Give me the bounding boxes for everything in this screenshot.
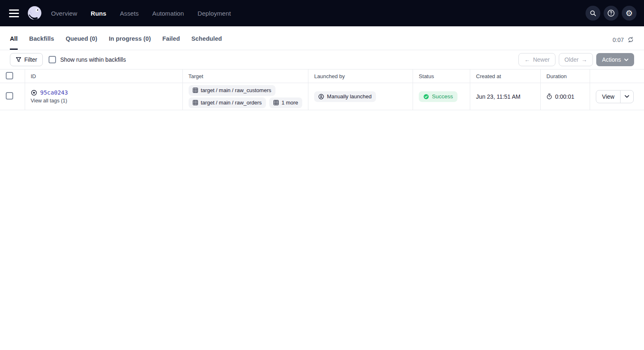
older-button-label: Older bbox=[565, 56, 579, 63]
tab-queued[interactable]: Queued (0) bbox=[65, 35, 97, 50]
target-chip[interactable]: target / main / raw_orders bbox=[189, 97, 266, 108]
search-button[interactable] bbox=[586, 6, 600, 21]
arrow-left-icon: ← bbox=[524, 56, 530, 63]
run-status-dot-icon bbox=[31, 90, 37, 96]
status-badge-label: Success bbox=[432, 93, 453, 100]
target-more-chip-label: 1 more bbox=[282, 100, 298, 106]
tab-all[interactable]: All bbox=[10, 35, 18, 50]
nav-item-runs[interactable]: Runs bbox=[91, 10, 106, 17]
table-grid-icon bbox=[193, 100, 198, 105]
row-checkbox[interactable] bbox=[6, 92, 13, 100]
nav-item-overview[interactable]: Overview bbox=[51, 10, 77, 17]
duration-value: 0:00:01 bbox=[555, 93, 574, 100]
refresh-icon bbox=[627, 36, 634, 43]
show-backfills-toggle[interactable]: Show runs within backfills bbox=[49, 56, 126, 63]
arrow-right-icon: → bbox=[581, 56, 587, 63]
refresh-button[interactable] bbox=[627, 36, 634, 43]
older-button[interactable]: Older → bbox=[559, 53, 593, 66]
octopus-logo-icon bbox=[26, 4, 44, 22]
settings-button[interactable]: ⚙ bbox=[622, 6, 637, 21]
tab-in-progress[interactable]: In progress (0) bbox=[109, 35, 151, 50]
column-header-status: Status bbox=[413, 70, 470, 83]
table-grid-icon bbox=[273, 100, 279, 105]
filter-button[interactable]: Filter bbox=[10, 53, 43, 66]
nav-item-assets[interactable]: Assets bbox=[120, 10, 139, 17]
target-chip-label: target / main / raw_customers bbox=[201, 87, 271, 93]
search-icon bbox=[589, 9, 597, 17]
table-row: 95ca0243 View all tags (1) target / bbox=[0, 83, 644, 110]
launched-by-chip[interactable]: Manually launched bbox=[314, 91, 376, 102]
newer-button-label: Newer bbox=[533, 56, 549, 63]
view-all-tags-link[interactable]: View all tags (1) bbox=[31, 98, 68, 104]
created-at-value: Jun 23, 11:51 AM bbox=[476, 93, 520, 100]
actions-button-label: Actions bbox=[602, 56, 621, 63]
tab-scheduled[interactable]: Scheduled bbox=[191, 35, 222, 50]
stopwatch-icon bbox=[546, 93, 552, 100]
tab-backfills[interactable]: Backfills bbox=[29, 35, 54, 50]
run-id-link[interactable]: 95ca0243 bbox=[40, 89, 68, 96]
tab-failed[interactable]: Failed bbox=[162, 35, 180, 50]
help-button[interactable] bbox=[604, 6, 618, 21]
help-icon bbox=[607, 9, 615, 17]
status-badge: Success bbox=[419, 91, 457, 102]
column-header-duration: Duration bbox=[541, 70, 590, 83]
table-grid-icon bbox=[193, 88, 198, 93]
target-more-chip[interactable]: 1 more bbox=[269, 97, 302, 108]
launched-by-label: Manually launched bbox=[327, 93, 371, 100]
dagster-logo[interactable] bbox=[26, 4, 44, 22]
top-navigation: Overview Runs Assets Automation Deployme… bbox=[0, 0, 644, 26]
gear-icon: ⚙ bbox=[625, 9, 633, 17]
hamburger-menu-icon[interactable] bbox=[6, 5, 22, 21]
column-header-actions bbox=[590, 70, 644, 83]
nav-item-automation[interactable]: Automation bbox=[152, 10, 184, 17]
chevron-down-icon bbox=[625, 95, 629, 98]
show-backfills-checkbox[interactable] bbox=[49, 56, 56, 63]
nav-item-deployment[interactable]: Deployment bbox=[198, 10, 231, 17]
column-header-launched-by: Launched by bbox=[308, 70, 413, 83]
column-header-target: Target bbox=[182, 70, 308, 83]
actions-button[interactable]: Actions bbox=[596, 53, 634, 66]
chevron-down-icon bbox=[624, 58, 628, 61]
view-run-button[interactable]: View bbox=[596, 90, 620, 103]
refresh-countdown: 0:07 bbox=[613, 37, 624, 43]
newer-button[interactable]: ← Newer bbox=[518, 53, 555, 66]
target-chip-label: target / main / raw_orders bbox=[201, 100, 262, 106]
runs-table: ID Target Launched by Status Created at … bbox=[0, 69, 644, 110]
user-icon bbox=[318, 94, 324, 100]
filter-funnel-icon bbox=[16, 57, 21, 63]
runs-toolbar: Filter Show runs within backfills ← Newe… bbox=[0, 50, 644, 69]
runs-tab-bar: All Backfills Queued (0) In progress (0)… bbox=[0, 26, 644, 50]
column-header-id: ID bbox=[25, 70, 182, 83]
main-nav: Overview Runs Assets Automation Deployme… bbox=[51, 10, 231, 17]
column-header-created-at: Created at bbox=[470, 70, 541, 83]
target-chip[interactable]: target / main / raw_customers bbox=[189, 85, 275, 96]
check-circle-icon bbox=[423, 94, 429, 100]
filter-button-label: Filter bbox=[24, 56, 37, 63]
table-header-row: ID Target Launched by Status Created at … bbox=[0, 70, 644, 83]
show-backfills-label: Show runs within backfills bbox=[60, 56, 126, 63]
select-all-checkbox[interactable] bbox=[6, 72, 13, 79]
view-run-dropdown-button[interactable] bbox=[620, 90, 633, 103]
